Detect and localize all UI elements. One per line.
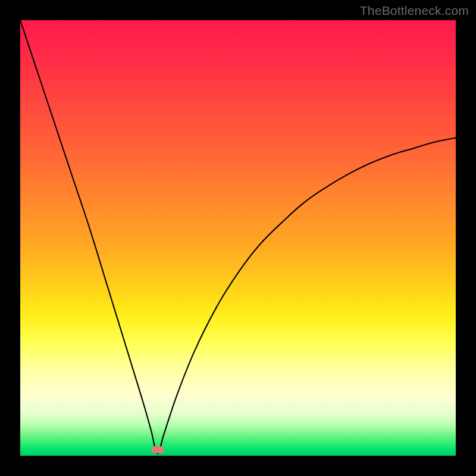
plot-area <box>20 20 456 456</box>
bottleneck-curve <box>20 20 456 453</box>
curve-svg <box>20 20 456 456</box>
watermark-text: TheBottleneck.com <box>360 4 469 18</box>
chart-frame: TheBottleneck.com <box>0 0 476 476</box>
optimum-marker <box>151 446 164 453</box>
